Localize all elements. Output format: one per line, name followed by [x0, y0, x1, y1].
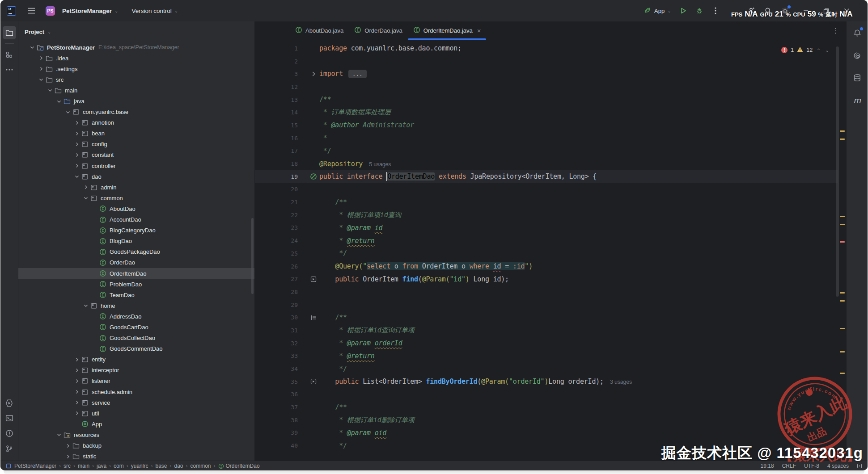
code-line-33[interactable]: 33 * @return [255, 350, 838, 363]
code-line-25[interactable]: 25 */ [255, 247, 838, 260]
code-line-29[interactable]: 29 [255, 298, 838, 311]
project-selector[interactable]: PetStoreManager ⌄ [59, 5, 122, 17]
git-toolwindow-button[interactable] [3, 442, 16, 455]
tree-item-listener[interactable]: listener [18, 376, 254, 386]
tree-item-annotion[interactable]: annotion [18, 117, 254, 128]
line-number[interactable]: 20 [255, 186, 308, 193]
code-line-12[interactable]: 12 [255, 80, 838, 93]
tree-item-schedule.admin[interactable]: schedule.admin [18, 386, 254, 397]
tree-item-home[interactable]: home [18, 300, 254, 311]
chevron-closed-icon[interactable] [37, 56, 45, 60]
problems-toolwindow-button[interactable] [3, 427, 16, 440]
line-number[interactable]: 30 [255, 314, 308, 321]
code-line-39[interactable]: 39 * @param oid [255, 427, 838, 440]
chevron-open-icon[interactable] [81, 303, 90, 308]
chevron-open-icon[interactable] [46, 88, 54, 92]
warning-stripe-mark[interactable] [840, 138, 845, 140]
line-number[interactable]: 17 [255, 147, 308, 154]
console-gutter-icon[interactable] [308, 378, 319, 385]
tree-item-admin[interactable]: admin [18, 182, 254, 193]
project-tree-scrollbar[interactable] [251, 218, 254, 294]
warning-stripe-mark[interactable] [840, 224, 845, 225]
code-editor[interactable]: 1package com.yuanlrc.base.dao.common;23i… [255, 42, 838, 461]
tree-item-backup[interactable]: backup [18, 440, 254, 451]
tree-item-OrderItemDao[interactable]: OrderItemDao [18, 268, 254, 279]
maven-toolwindow-button[interactable]: m [851, 94, 864, 106]
chevron-closed-icon[interactable] [72, 368, 81, 373]
tab-close-icon[interactable]: × [477, 27, 481, 34]
tree-item-src[interactable]: src [18, 74, 254, 85]
chevron-closed-icon[interactable] [72, 164, 81, 168]
status-19:18[interactable]: 19:18 [761, 463, 774, 469]
chevron-closed-icon[interactable] [72, 379, 81, 383]
chevron-open-icon[interactable] [81, 196, 90, 200]
chevron-open-icon[interactable] [55, 432, 63, 437]
tree-item-App[interactable]: App [18, 419, 254, 429]
tree-item-AboutDao[interactable]: AboutDao [18, 203, 254, 214]
code-line-15[interactable]: 15 * @author Administrator [255, 119, 838, 132]
warning-stripe-mark[interactable] [840, 292, 845, 294]
line-number[interactable]: 33 [255, 352, 308, 359]
line-number[interactable]: 36 [255, 391, 308, 398]
chevron-closed-icon[interactable] [64, 454, 72, 459]
line-number[interactable]: 31 [255, 327, 308, 334]
debug-button[interactable] [694, 5, 705, 17]
code-line-22[interactable]: 22 * 根据订单项id查询 [255, 209, 838, 222]
tree-item-TeamDao[interactable]: TeamDao [18, 289, 254, 300]
line-number[interactable]: 12 [255, 84, 308, 90]
code-line-20[interactable]: 20 [255, 183, 838, 196]
code-line-30[interactable]: 30 /** [255, 311, 838, 324]
chevron-closed-icon[interactable] [72, 411, 81, 415]
code-line-17[interactable]: 17 */ [255, 145, 838, 158]
spring-toolwindow-button[interactable] [851, 49, 864, 62]
warning-stripe-mark[interactable] [840, 328, 845, 329]
breadcrumb-com[interactable]: com [114, 463, 124, 469]
terminal-toolwindow-button[interactable] [3, 411, 16, 425]
run-toolwindow-button[interactable] [3, 396, 16, 410]
line-number[interactable]: 1 [255, 45, 308, 52]
tree-item-.settings[interactable]: .settings [18, 63, 254, 74]
tree-item-PetStoreManager[interactable]: PetStoreManagerE:\idea_space\PetStoreMan… [18, 42, 254, 53]
line-number[interactable]: 38 [255, 417, 308, 424]
tree-item-AddressDao[interactable]: AddressDao [18, 311, 254, 322]
list-gutter-icon[interactable] [308, 315, 319, 321]
code-line-34[interactable]: 34 */ [255, 362, 838, 375]
tree-item-config[interactable]: config [18, 139, 254, 150]
tree-item-static[interactable]: static [18, 451, 254, 461]
tree-item-service[interactable]: service [18, 397, 254, 408]
line-number[interactable]: 24 [255, 237, 308, 244]
code-line-27[interactable]: 27 public OrderItem find(@Param("id") Lo… [255, 273, 838, 285]
tree-item-BlogCategoryDao[interactable]: BlogCategoryDao [18, 225, 254, 236]
breadcrumb-common[interactable]: common [191, 463, 211, 469]
fold-gutter-icon[interactable] [308, 71, 319, 76]
line-number[interactable]: 32 [255, 340, 308, 347]
line-number[interactable]: 23 [255, 224, 308, 231]
tree-item-com.yuanlrc.base[interactable]: com.yuanlrc.base [18, 107, 254, 117]
code-line-28[interactable]: 28 [255, 285, 838, 298]
code-line-1[interactable]: 1package com.yuanlrc.base.dao.common; [255, 42, 838, 55]
chevron-closed-icon[interactable] [72, 131, 81, 136]
line-number[interactable]: 15 [255, 122, 308, 129]
tree-item-constant[interactable]: constant [18, 150, 254, 160]
tree-item-bean[interactable]: bean [18, 128, 254, 139]
next-problem-icon[interactable]: ⌄ [825, 48, 830, 53]
line-number[interactable]: 16 [255, 135, 308, 142]
tree-item-dao[interactable]: dao [18, 171, 254, 182]
line-number[interactable]: 22 [255, 212, 308, 218]
project-panel-header[interactable]: Project ⌄ [18, 21, 254, 42]
tree-item-ProblemDao[interactable]: ProblemDao [18, 279, 254, 289]
tree-item-GoodsPackageDao[interactable]: GoodsPackageDao [18, 247, 254, 257]
tree-item-main[interactable]: main [18, 85, 254, 96]
tree-item-.idea[interactable]: .idea [18, 53, 254, 63]
run-button[interactable] [677, 5, 689, 17]
chevron-open-icon[interactable] [64, 110, 72, 114]
line-number[interactable]: 25 [255, 250, 308, 257]
code-line-14[interactable]: 14 * 订单项数据库处理层 [255, 106, 838, 119]
breadcrumb-PetStoreManager[interactable]: PetStoreManager [14, 463, 56, 469]
breadcrumb-main[interactable]: main [78, 463, 89, 469]
code-line-36[interactable]: 36 [255, 388, 838, 401]
chevron-open-icon[interactable] [55, 99, 63, 104]
previous-problem-icon[interactable]: ⌃ [816, 48, 821, 53]
code-line-19[interactable]: 19public interface OrderItemDao extends … [255, 170, 838, 183]
chevron-closed-icon[interactable] [72, 390, 81, 394]
